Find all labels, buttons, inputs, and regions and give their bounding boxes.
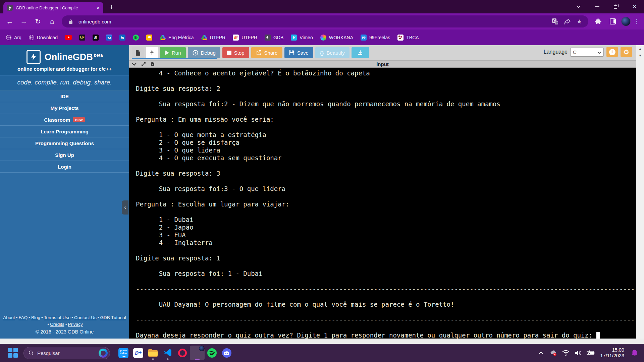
bookmark-arq[interactable]: Arq <box>6 35 21 40</box>
onedrive-error-icon[interactable] <box>549 349 557 357</box>
bookmark-99freelas[interactable]: 9999Freelas <box>361 35 390 41</box>
youtube-icon <box>65 35 72 40</box>
terminal-line: Pergunta : Em uma missão você seria: <box>136 116 636 123</box>
bookmark-calendar[interactable]: 14 <box>106 35 112 41</box>
back-icon[interactable]: ← <box>3 15 16 28</box>
translate-icon[interactable]: G文 <box>551 17 559 26</box>
browser-tab[interactable]: GDB online Debugger | Compile ✕ <box>3 2 103 13</box>
bookmark-utfpr-gmail[interactable]: MUTFPR <box>233 35 257 41</box>
bookmark-ut[interactable]: UF <box>79 35 85 41</box>
sidebar-item-ide[interactable]: IDE <box>0 90 129 102</box>
debug-button[interactable]: Debug <box>188 47 220 58</box>
taskbar-prime-video[interactable]: primevideo <box>116 346 131 360</box>
tab-favicon-bolt-icon <box>7 5 13 11</box>
forward-icon[interactable]: → <box>17 15 30 28</box>
taskbar-chrome-active[interactable] <box>190 346 205 360</box>
run-button[interactable]: Run <box>160 47 186 58</box>
share-button[interactable]: Share <box>251 47 282 58</box>
minimize-button[interactable] <box>588 0 606 13</box>
bookmark-b[interactable]: B <box>93 35 99 41</box>
stop-button[interactable]: Stop <box>222 47 249 58</box>
sidebar-item-programming-questions[interactable]: Programming Questions <box>0 137 129 149</box>
tray-chevron-up-icon[interactable] <box>537 349 545 357</box>
sidebar-item-sign-up[interactable]: Sign Up <box>0 149 129 161</box>
save-button[interactable]: Save <box>284 47 313 58</box>
system-tray: 15:00 17/11/2023 <box>537 347 640 359</box>
notifications-bell-icon[interactable] <box>630 349 639 357</box>
bookmark-youtube[interactable] <box>65 35 72 40</box>
tray-clock[interactable]: 15:00 17/11/2023 <box>600 347 625 359</box>
sidebar-item-learn-programming[interactable]: Learn Programming <box>0 126 129 137</box>
footer-link[interactable]: Contact Us <box>74 315 100 320</box>
side-panel-icon[interactable] <box>606 15 619 28</box>
footer-link[interactable]: Privacy <box>68 322 83 327</box>
close-button[interactable]: ✕ <box>625 0 644 13</box>
taskbar-spotify[interactable] <box>205 346 219 360</box>
info-button[interactable]: i <box>606 47 618 57</box>
bookmark-eng-eletrica[interactable]: Eng Elétrica <box>160 35 194 40</box>
sidebar-header: OnlineGDBbeta online compiler and debugg… <box>0 45 129 75</box>
editor-toolbar: Run Debug Stop Share Save {} Beautify <box>129 45 644 60</box>
footer-link[interactable]: About <box>3 315 18 320</box>
volume-icon[interactable] <box>574 349 582 357</box>
copilot-icon[interactable] <box>99 349 108 358</box>
taskbar-vscode[interactable] <box>160 346 175 360</box>
terminal-line: Digite sua resposta: 1 <box>136 254 636 262</box>
bookmark-download[interactable]: Download <box>29 35 58 40</box>
settings-button[interactable]: ⚙ <box>621 47 632 57</box>
sidebar-item-classroom[interactable]: Classroomnew <box>0 114 129 126</box>
new-file-button[interactable] <box>132 47 144 58</box>
battery-charging-icon[interactable] <box>587 349 595 357</box>
language-label: Language <box>544 49 568 55</box>
bookmark-workana[interactable]: WORKANA <box>320 35 353 41</box>
tab-search-chevron-icon[interactable] <box>569 0 588 13</box>
profile-avatar[interactable] <box>621 17 631 26</box>
footer-link[interactable]: Blog <box>31 315 44 320</box>
scroll-up-arrow[interactable]: ▲ <box>639 46 642 52</box>
sidebar-item-login[interactable]: Login <box>0 161 129 173</box>
start-button-icon[interactable] <box>8 348 18 358</box>
bookmark-star-icon[interactable]: ★ <box>575 17 584 26</box>
new-tab-button[interactable]: + <box>109 3 114 11</box>
url-text[interactable]: onlinegdb.com <box>78 19 111 24</box>
language-select[interactable]: C <box>570 48 604 57</box>
bookmark-keep[interactable] <box>146 35 152 41</box>
download-button[interactable] <box>352 47 369 58</box>
maximize-button[interactable] <box>606 0 625 13</box>
taskbar-disney-plus[interactable]: D+ <box>131 346 146 360</box>
terminal-line: Sua resposta foi:3 - O que lidera <box>136 185 636 193</box>
home-icon[interactable]: ⌂ <box>46 15 58 28</box>
taskbar-search[interactable]: Pesquisar <box>23 347 110 359</box>
tab-title: GDB online Debugger | Compile <box>16 5 93 10</box>
extensions-puzzle-icon[interactable] <box>592 15 604 28</box>
sidebar-item-my-projects[interactable]: My Projects <box>0 102 129 114</box>
scroll-down-arrow[interactable]: ▼ <box>639 53 642 58</box>
upload-button[interactable] <box>146 47 158 58</box>
sidebar-collapse-handle[interactable]: ‹ <box>122 200 128 215</box>
bookmark-vimeo[interactable]: VVimeo <box>291 35 313 41</box>
footer-link[interactable]: FAQ <box>18 315 31 320</box>
taskbar-file-explorer[interactable] <box>146 346 160 360</box>
vertical-scrollbar[interactable]: ▲ ▼ <box>636 45 644 339</box>
address-bar[interactable]: onlinegdb.com G文 ★ <box>62 15 588 27</box>
browser-menu-kebab-icon[interactable]: ⋮ <box>633 18 641 25</box>
terminal-output[interactable]: 4 - Conhece o acento ejetável? É o botão… <box>129 68 636 344</box>
share-icon[interactable] <box>563 17 572 26</box>
bookmark-utfpr-drive[interactable]: UTFPR <box>201 35 226 40</box>
bookmark-tbca[interactable]: TBCA <box>397 35 419 41</box>
beautify-button[interactable]: {} Beautify <box>315 47 350 58</box>
taskbar-discord[interactable] <box>219 346 234 360</box>
bookmark-spotify[interactable] <box>133 35 139 41</box>
bookmark-gdb[interactable]: GDB <box>265 35 283 41</box>
terminal-line: Sua resposta foi:2 - Dizem que não morre… <box>136 100 636 108</box>
reload-icon[interactable]: ↻ <box>32 15 44 28</box>
editor-area: Run Debug Stop Share Save {} Beautify <box>129 45 644 344</box>
footer-link[interactable]: Credits <box>50 322 68 327</box>
footer-link[interactable]: Terms of Use <box>44 315 74 320</box>
wifi-icon[interactable] <box>562 349 570 357</box>
onlinegdb-logo-bolt-icon <box>26 50 41 64</box>
bookmark-linkedin[interactable]: in <box>119 35 125 41</box>
stop-icon <box>227 51 231 55</box>
tab-close-icon[interactable]: ✕ <box>96 5 100 10</box>
taskbar-opera-gx[interactable] <box>175 346 190 360</box>
